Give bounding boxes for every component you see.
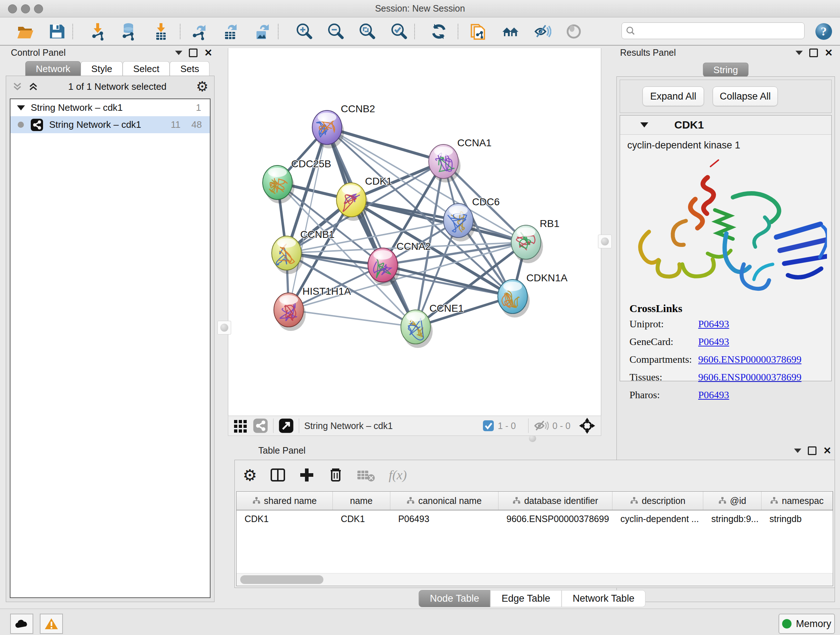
crosslink-value-link[interactable]: 9606.ENSP00000378699 — [698, 354, 801, 365]
column-header-shared-name[interactable]: shared name — [237, 492, 333, 510]
network-options-gear-icon[interactable]: ⚙ — [196, 79, 208, 95]
close-panel-icon[interactable]: ✕ — [824, 50, 833, 56]
maximize-panel-icon[interactable] — [809, 49, 818, 57]
save-session-icon[interactable] — [48, 22, 66, 41]
network-edge[interactable] — [327, 127, 416, 327]
float-panel-icon[interactable] — [794, 448, 801, 453]
node-label-hist1h1a: HIST1H1A — [302, 286, 351, 297]
hide-graphics-details-icon[interactable] — [533, 22, 551, 41]
float-panel-icon[interactable] — [796, 51, 803, 55]
hidden-eye-icon[interactable] — [534, 419, 549, 432]
column-header-namespac[interactable]: namespac — [761, 492, 833, 510]
network-share-gray-icon[interactable] — [253, 418, 268, 433]
crosslink-row: Tissues:9606.ENSP00000378699 — [630, 371, 831, 383]
crosslink-value-link[interactable]: 9606.ENSP00000378699 — [698, 371, 801, 383]
column-type-icon — [513, 497, 521, 505]
zoom-out-icon[interactable] — [326, 22, 344, 41]
table-cell[interactable]: P06493 — [390, 514, 499, 524]
open-session-icon[interactable] — [16, 22, 34, 41]
close-panel-icon[interactable]: ✕ — [823, 448, 831, 454]
tab-select[interactable]: Select — [123, 61, 170, 76]
table-row[interactable]: CDK1CDK1P064939606.ENSP00000378699cyclin… — [237, 510, 833, 527]
export-table-icon[interactable] — [221, 22, 240, 41]
tab-node-table[interactable]: Node Table — [418, 590, 490, 607]
delete-column-icon[interactable] — [328, 467, 344, 483]
collapse-all-icon[interactable] — [12, 81, 23, 92]
cloud-button[interactable] — [10, 614, 33, 634]
copy-network-document-icon[interactable] — [469, 22, 487, 41]
float-panel-icon[interactable] — [175, 51, 182, 55]
table-cell[interactable]: 9606.ENSP00000378699 — [499, 514, 613, 524]
column-header-canonical-name[interactable]: canonical name — [390, 492, 499, 510]
export-image-icon[interactable] — [253, 22, 271, 41]
close-panel-icon[interactable]: ✕ — [204, 50, 212, 56]
network-node-rb1[interactable]: RB1 — [511, 218, 559, 263]
expand-all-icon[interactable] — [28, 81, 39, 92]
zoom-fit-icon[interactable] — [358, 22, 376, 41]
network-node-ccne1[interactable]: CCNE1 — [401, 302, 464, 348]
crosslink-value-link[interactable]: P06493 — [698, 389, 729, 401]
add-column-icon[interactable] — [299, 467, 315, 483]
show-columns-icon[interactable] — [270, 467, 286, 483]
tab-style[interactable]: Style — [81, 61, 123, 76]
network-collection-row[interactable]: String Network – cdk1 1 — [11, 99, 210, 116]
import-network-from-database-icon[interactable] — [119, 22, 137, 41]
reset-view-crosshair-icon[interactable] — [578, 417, 596, 434]
network-node-hist1h1a[interactable]: HIST1H1A — [274, 286, 351, 331]
open-in-window-icon[interactable] — [279, 418, 294, 433]
right-splitter-handle[interactable] — [598, 234, 612, 249]
warnings-button[interactable] — [40, 614, 63, 634]
table-cell[interactable]: stringdb:9... — [703, 514, 761, 524]
scrollbar-thumb[interactable] — [240, 575, 324, 584]
network-node-ccna1[interactable]: CCNA1 — [429, 137, 492, 182]
help-icon[interactable]: ? — [815, 22, 833, 41]
import-network-icon[interactable] — [89, 22, 107, 41]
table-cell[interactable]: CDK1 — [237, 514, 333, 524]
table-options-gear-icon[interactable]: ⚙ — [243, 466, 257, 485]
network-row-selected[interactable]: String Network – cdk1 11 48 — [11, 116, 210, 133]
search-input[interactable] — [622, 22, 805, 39]
column-header-name[interactable]: name — [333, 492, 390, 510]
home-networks-icon[interactable] — [501, 22, 519, 41]
maximize-panel-icon[interactable] — [189, 49, 197, 57]
left-splitter-handle[interactable] — [218, 321, 231, 334]
tab-string[interactable]: String — [703, 63, 748, 77]
network-edge[interactable] — [289, 310, 416, 327]
current-network-title: String Network – cdk1 — [304, 421, 393, 431]
protein-header-row[interactable]: CDK1 — [620, 116, 831, 135]
table-cell[interactable]: cyclin-dependent ... — [613, 514, 703, 524]
zoom-in-icon[interactable] — [295, 22, 313, 41]
network-selection-status: 1 of 1 Network selected — [39, 81, 196, 92]
zoom-selected-icon[interactable] — [390, 22, 408, 41]
selected-nodes-checkbox-icon[interactable] — [483, 420, 494, 432]
tab-edge-table[interactable]: Edge Table — [490, 590, 561, 607]
crosslink-value-link[interactable]: P06493 — [698, 318, 729, 330]
tab-network[interactable]: Network — [25, 61, 81, 76]
refresh-icon[interactable] — [430, 22, 448, 41]
network-view-canvas[interactable]: CCNB2CCNA1CDC25BCDK1CDC6RB1CCNB1CCNA2CDK… — [228, 48, 601, 416]
network-node-cdkn1a[interactable]: CDKN1A — [498, 272, 568, 318]
collapse-all-button[interactable]: Collapse All — [713, 87, 778, 106]
table-cell[interactable]: CDK1 — [333, 514, 390, 524]
network-edge[interactable] — [289, 127, 327, 310]
birds-eye-view-icon[interactable] — [233, 418, 248, 433]
crosslink-row: Pharos:P06493 — [630, 389, 831, 401]
table-cell[interactable]: stringdb — [761, 514, 833, 524]
tab-network-table[interactable]: Network Table — [561, 590, 646, 607]
statusbar-separator — [528, 418, 529, 433]
export-network-icon[interactable] — [190, 22, 208, 41]
tab-sets[interactable]: Sets — [170, 61, 210, 76]
search-field[interactable] — [636, 25, 804, 36]
crosslink-value-link[interactable]: P06493 — [698, 336, 729, 348]
column-type-icon — [770, 497, 778, 505]
expand-all-button[interactable]: Expand All — [643, 87, 704, 106]
collection-expand-icon[interactable] — [17, 105, 25, 111]
import-table-icon[interactable] — [152, 22, 170, 41]
column-header-database-identifier[interactable]: database identifier — [499, 492, 613, 510]
column-header-description[interactable]: description — [613, 492, 703, 510]
horizontal-scrollbar[interactable] — [237, 573, 833, 586]
protein-collapse-icon[interactable] — [640, 122, 648, 127]
column-header--id[interactable]: @id — [703, 492, 761, 510]
memory-button[interactable]: Memory — [778, 614, 835, 634]
maximize-panel-icon[interactable] — [808, 447, 816, 455]
